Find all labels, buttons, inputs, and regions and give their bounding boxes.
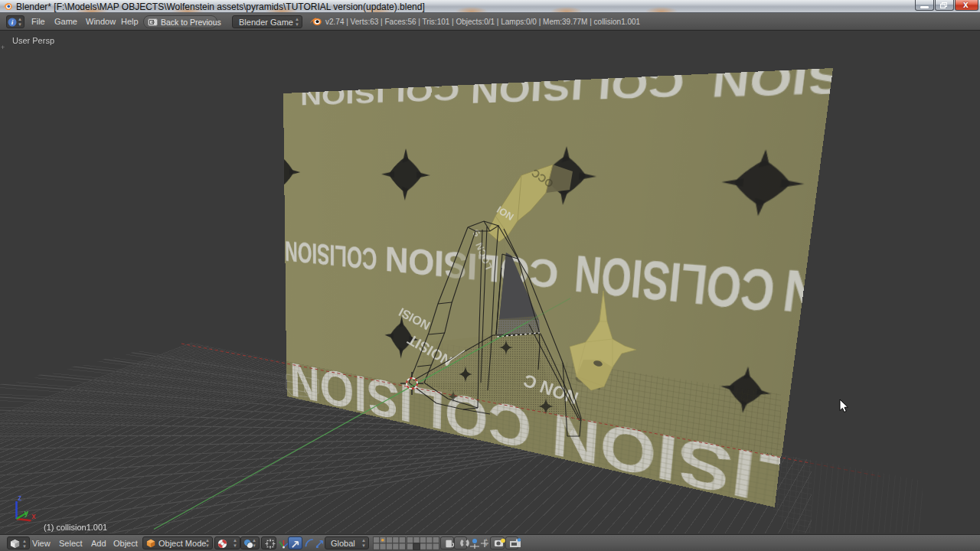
svg-text:NOISI: NOISI bbox=[397, 305, 432, 332]
svg-text:z: z bbox=[18, 494, 21, 502]
svg-text:y: y bbox=[24, 509, 29, 517]
svg-text:x: x bbox=[32, 512, 37, 520]
